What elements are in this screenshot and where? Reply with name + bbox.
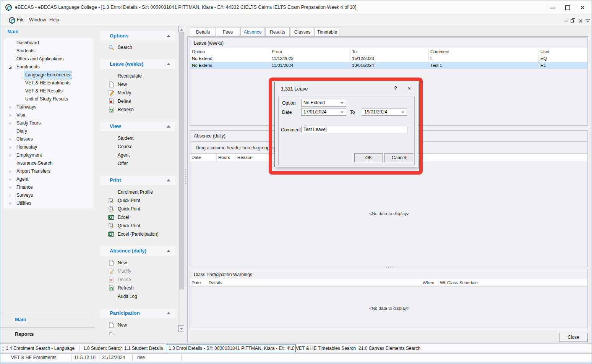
section-print[interactable]: Print bbox=[101, 176, 175, 185]
scroll-up-button[interactable] bbox=[178, 26, 184, 32]
new-document-icon bbox=[108, 322, 114, 328]
tab-timetable[interactable]: Timetable bbox=[315, 27, 339, 37]
tab-classes[interactable]: Classes bbox=[290, 27, 315, 37]
table-row[interactable]: No Extend 11/12/2023 15/12/2023 t EQ bbox=[190, 55, 587, 62]
nav-students[interactable]: Students bbox=[4, 47, 94, 55]
sidebar-group-main[interactable]: Main bbox=[15, 317, 26, 322]
nav-offers-applications[interactable]: Offers and Applications bbox=[4, 55, 94, 63]
column-header[interactable]: Hours bbox=[217, 154, 236, 161]
action-view-student[interactable]: Student bbox=[105, 134, 176, 142]
window-tab-student-details[interactable]: 1.1 Student Details bbox=[124, 344, 163, 353]
sidebar-group-reports[interactable]: Reports bbox=[15, 331, 34, 337]
section-leave-weeks[interactable]: Leave (weeks) bbox=[101, 60, 175, 69]
column-header[interactable]: Option bbox=[190, 48, 270, 55]
column-header[interactable]: When bbox=[421, 279, 438, 286]
action-leave-modify[interactable]: Modify bbox=[105, 89, 176, 97]
column-header[interactable]: To bbox=[350, 48, 429, 55]
warnings-header-row[interactable]: Date Details When Wh Class Schedule bbox=[190, 279, 587, 286]
nav-homestay[interactable]: Homestay bbox=[4, 143, 94, 151]
nav-enrolments[interactable]: Enrolments bbox=[4, 63, 94, 71]
column-header[interactable]: Date bbox=[190, 279, 207, 286]
nav-insurance-search[interactable]: Insurance Search bbox=[4, 159, 94, 167]
close-window-button[interactable]: ✕ bbox=[576, 3, 589, 13]
action-quick-print-3[interactable]: Quick Print bbox=[105, 222, 176, 230]
vertical-splitter[interactable] bbox=[185, 168, 187, 184]
nav-study-tours[interactable]: Study Tours bbox=[4, 119, 94, 127]
window-tab-canvas-elements[interactable]: 21.0 Canvas Elements Search bbox=[358, 344, 420, 353]
column-header[interactable]: Date bbox=[190, 154, 217, 161]
nav-classes[interactable]: Classes bbox=[4, 135, 94, 143]
action-view-course[interactable]: Course bbox=[105, 142, 176, 151]
minimize-button[interactable] bbox=[546, 3, 559, 13]
tab-details[interactable]: Details bbox=[191, 27, 215, 37]
nav-utilities[interactable]: Utilities bbox=[4, 199, 94, 207]
section-absence-daily[interactable]: Absence (daily) bbox=[101, 246, 175, 256]
mdi-restore-button[interactable] bbox=[569, 18, 576, 24]
window-tab-student-search[interactable]: 1.0 Student Search bbox=[83, 344, 123, 353]
window-tab-enrolment-search[interactable]: 1.4 Enrolment Search - Language bbox=[6, 344, 75, 353]
action-enrolment-profile[interactable]: Enrolment Profile bbox=[105, 188, 176, 196]
action-participation-new[interactable]: New bbox=[105, 321, 176, 329]
action-absence-refresh[interactable]: Refresh bbox=[105, 284, 176, 292]
mdi-close-button[interactable]: ✕ bbox=[577, 18, 584, 24]
action-audit-log[interactable]: Audit Log bbox=[105, 292, 176, 301]
scroll-down-button[interactable] bbox=[178, 325, 184, 332]
tab-fees[interactable]: Fees bbox=[216, 27, 240, 37]
action-excel[interactable]: Excel bbox=[105, 213, 176, 222]
nav-vet-he-results[interactable]: VET & HE Results bbox=[4, 87, 94, 95]
nav-agent[interactable]: Agent bbox=[4, 175, 94, 183]
action-panel-scrollbar[interactable] bbox=[178, 26, 184, 332]
action-excel-participation[interactable]: Excel (Participation) bbox=[105, 230, 176, 238]
action-view-offer[interactable]: Offer bbox=[105, 159, 176, 168]
action-quick-print-2[interactable]: Quick Print bbox=[105, 205, 176, 213]
leave-weeks-header-row[interactable]: Option From To Comment User bbox=[190, 48, 587, 55]
nav-visa[interactable]: Visa bbox=[4, 111, 94, 119]
action-recalculate[interactable]: Recalculate bbox=[105, 72, 176, 80]
close-button[interactable]: Close bbox=[559, 333, 588, 342]
action-leave-delete[interactable]: Delete bbox=[105, 97, 176, 105]
nav-surveys[interactable]: Surveys bbox=[4, 191, 94, 199]
mdi-pin-button[interactable] bbox=[584, 18, 591, 24]
nav-finance[interactable]: Finance bbox=[4, 183, 94, 191]
section-options[interactable]: Options bbox=[101, 31, 175, 40]
nav-pathways[interactable]: Pathways bbox=[4, 103, 94, 111]
nav-unit-study-results[interactable]: Unit of Study Results bbox=[4, 95, 94, 103]
menu-window[interactable]: Window bbox=[29, 17, 46, 23]
nav-dashboard[interactable]: Dashboard bbox=[4, 39, 94, 47]
nav-diary[interactable]: Diary bbox=[4, 127, 94, 135]
action-leave-new[interactable]: New bbox=[105, 80, 176, 89]
action-view-agent[interactable]: Agent bbox=[105, 151, 176, 159]
column-header[interactable]: Details bbox=[207, 279, 421, 286]
collapsed-arrow-icon bbox=[10, 146, 11, 149]
nav-employment[interactable]: Employment bbox=[4, 151, 94, 159]
column-header[interactable]: Wh bbox=[438, 279, 446, 286]
menu-help[interactable]: Help bbox=[49, 17, 59, 23]
window-tab-vet-he-timetables[interactable]: 4.0 VET & HE Timetables Search bbox=[288, 344, 356, 353]
action-quick-print-1[interactable]: Quick Print bbox=[105, 196, 176, 205]
nav-vet-he-enrolments[interactable]: VET & HE Enrolments bbox=[4, 79, 94, 87]
window-tab-enrol-details[interactable]: 1.3 Enrol Details - S#: 0000031841 PITTM… bbox=[166, 345, 296, 352]
section-participation[interactable]: Participation bbox=[101, 309, 175, 318]
scrollbar-thumb[interactable] bbox=[179, 33, 184, 290]
column-header[interactable]: Comment bbox=[429, 48, 539, 55]
action-absence-new[interactable]: New bbox=[105, 259, 176, 267]
action-absence-modify[interactable]: Modify bbox=[105, 267, 176, 275]
table-row-selected[interactable]: No Extend 11/01/2024 13/01/2024 Test 1 R… bbox=[190, 62, 587, 69]
action-absence-delete[interactable]: Delete bbox=[105, 275, 176, 284]
section-view[interactable]: View bbox=[101, 122, 175, 131]
drag-grip[interactable] bbox=[2, 345, 4, 351]
mdi-minimize-button[interactable] bbox=[562, 18, 569, 24]
column-header[interactable]: Class Schedule bbox=[446, 279, 587, 286]
menu-file[interactable]: File bbox=[17, 17, 24, 23]
column-header[interactable]: From bbox=[270, 48, 350, 55]
action-leave-refresh[interactable]: Refresh bbox=[105, 105, 176, 114]
tab-results[interactable]: Results bbox=[265, 27, 290, 37]
column-header[interactable]: Reason bbox=[236, 154, 272, 161]
column-header[interactable]: User bbox=[539, 48, 587, 55]
tab-absence[interactable]: Absence bbox=[240, 27, 265, 37]
action-search[interactable]: Search bbox=[105, 43, 176, 52]
maximize-button[interactable] bbox=[561, 3, 574, 13]
nav-airport-transfers[interactable]: Airport Transfers bbox=[4, 167, 94, 175]
action-partial-item[interactable] bbox=[105, 331, 176, 335]
nav-language-enrolments[interactable]: Language Enrolments bbox=[4, 71, 94, 79]
